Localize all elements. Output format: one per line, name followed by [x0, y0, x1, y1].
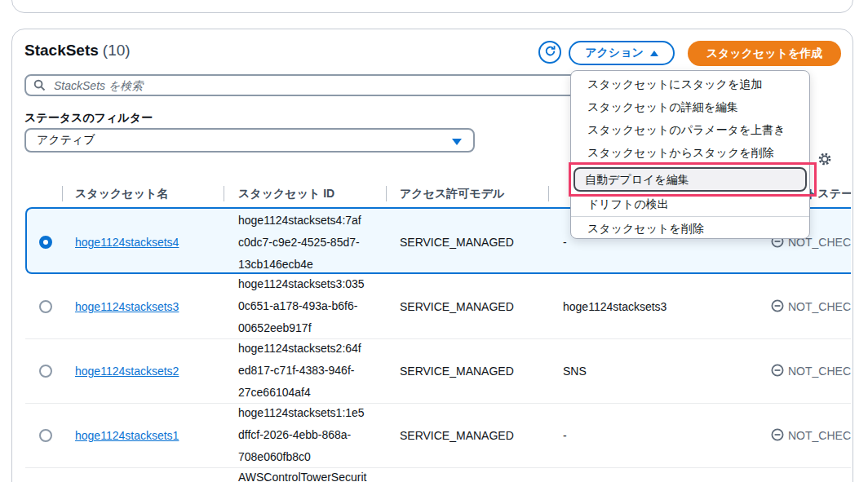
stackset-id: hoge1124stacksets3:035 0c651-a178-493a-b…: [238, 273, 365, 339]
permission-model: SERVICE_MANAGED: [400, 425, 514, 446]
table-preferences-button[interactable]: [817, 152, 833, 168]
menu-item-delete-stacks[interactable]: スタックセットからスタックを削除: [571, 141, 809, 164]
row-radio[interactable]: [39, 365, 52, 378]
row-divider: [25, 467, 851, 468]
caret-up-icon: [650, 51, 658, 56]
gear-icon: [817, 157, 832, 169]
permission-model: SERVICE_MANAGED: [400, 296, 514, 317]
menu-item-add-stacks[interactable]: スタックセットにスタックを追加: [571, 73, 809, 95]
create-stackset-label: スタックセットを作成: [706, 46, 823, 61]
stackset-id-partial: AWSControlTowerSecurit: [238, 467, 366, 482]
not-checked-icon: [771, 299, 784, 315]
not-checked-icon: [771, 364, 784, 379]
description: SNS: [563, 360, 587, 382]
description: -: [563, 425, 567, 446]
description: hoge1124stacksets3: [563, 296, 666, 317]
refresh-button[interactable]: [538, 41, 561, 64]
menu-item-edit-auto-deployment[interactable]: 自動デプロイを編集: [574, 167, 807, 192]
create-stackset-button[interactable]: スタックセットを作成: [688, 41, 841, 66]
stackset-link[interactable]: hoge1124stacksets3: [75, 296, 179, 317]
drift-status: NOT_CHECKED: [771, 360, 851, 382]
stackset-link[interactable]: hoge1124stacksets1: [75, 425, 179, 446]
menu-divider: [571, 216, 809, 217]
row-divider: [25, 338, 851, 339]
top-card: [11, 0, 853, 13]
stackset-link[interactable]: hoge1124stacksets2: [75, 360, 179, 382]
description: -: [563, 232, 567, 253]
column-divider: [548, 186, 549, 201]
stackset-link[interactable]: hoge1124stacksets4: [75, 232, 179, 253]
not-checked-icon: [771, 428, 784, 444]
permission-model: SERVICE_MANAGED: [400, 232, 514, 253]
permission-model: SERVICE_MANAGED: [400, 360, 514, 382]
stackset-id: hoge1124stacksets2:64f ed817-c71f-4383-9…: [238, 338, 361, 404]
page-title: StackSets(10): [24, 42, 131, 60]
menu-item-delete-stackset[interactable]: スタックセットを削除: [571, 218, 809, 239]
row-divider: [25, 403, 851, 404]
actions-button-label: アクション: [585, 46, 644, 60]
row-radio[interactable]: [39, 300, 52, 313]
status-filter-select[interactable]: アクティブ: [24, 128, 475, 153]
stacksets-count: (10): [103, 42, 131, 59]
column-divider: [62, 186, 63, 201]
status-filter-value: アクティブ: [37, 133, 95, 148]
stackset-id: hoge1124stacksets1:1e5 dffcf-2026-4ebb-8…: [238, 402, 365, 468]
menu-item-override-parameters[interactable]: スタックセットのパラメータを上書き: [571, 118, 809, 141]
menu-item-detect-drift[interactable]: ドリフトの検出: [571, 193, 809, 215]
column-divider: [386, 186, 387, 201]
column-header-permission-model: アクセス許可モデル: [400, 187, 504, 201]
column-header-id: スタックセット ID: [238, 187, 334, 201]
column-divider: [224, 186, 224, 201]
row-radio[interactable]: [39, 429, 52, 442]
stackset-id: hoge1124stacksets4:7af c0dc7-c9e2-4525-8…: [238, 210, 361, 276]
menu-item-edit-details[interactable]: スタックセットの詳細を編集: [571, 95, 809, 118]
actions-dropdown-menu: スタックセットにスタックを追加 スタックセットの詳細を編集 スタックセットのパラ…: [570, 70, 810, 239]
row-radio-selected[interactable]: [39, 236, 52, 249]
caret-down-icon: [452, 139, 462, 145]
status-filter-label: ステータスのフィルター: [24, 111, 153, 126]
actions-button[interactable]: アクション: [569, 41, 675, 65]
page-title-text: StackSets: [24, 42, 99, 59]
drift-status: NOT_CHECKED: [771, 296, 851, 317]
drift-status: NOT_CHECKED: [771, 425, 851, 446]
column-header-name: スタックセット名: [75, 187, 168, 201]
refresh-icon: [544, 45, 556, 60]
